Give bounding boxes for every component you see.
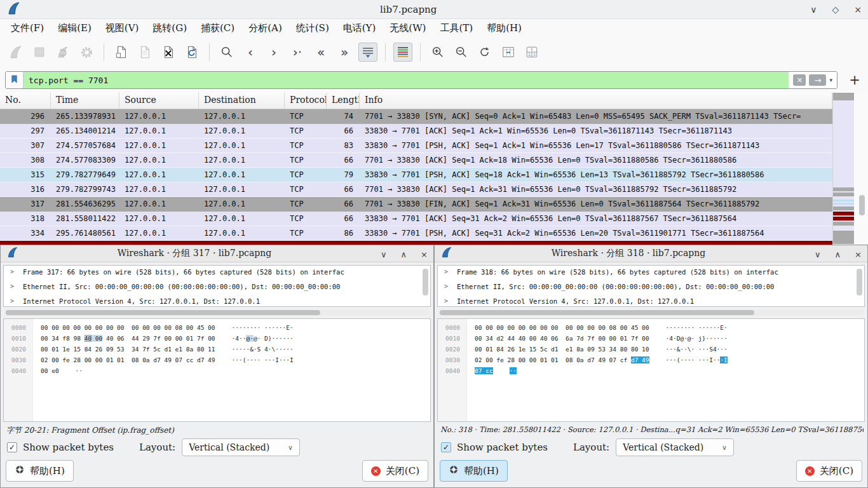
tree-scrollbar-handle[interactable] bbox=[857, 269, 862, 295]
packet-row-334[interactable]: 334295.761480561127.0.0.1127.0.0.1TCP863… bbox=[0, 226, 832, 241]
display-filter-input[interactable]: tcp.port == 7701 bbox=[24, 72, 789, 88]
packet-row-315[interactable]: 315279.782779649127.0.0.1127.0.0.1TCP793… bbox=[0, 168, 832, 182]
packet-row-318[interactable]: 318281.558011422127.0.0.1127.0.0.1TCP663… bbox=[0, 212, 832, 226]
tree-horizontal-scrollbar[interactable] bbox=[438, 309, 864, 316]
close-icon[interactable]: × bbox=[855, 250, 862, 259]
menu-item-8[interactable]: 电话(Y) bbox=[336, 20, 383, 36]
protocol-tree[interactable]: >Frame 317: 66 bytes on wire (528 bits),… bbox=[3, 265, 431, 307]
close-file-icon[interactable] bbox=[159, 43, 178, 62]
packet-row-317[interactable]: 317281.554636295127.0.0.1127.0.0.1TCP667… bbox=[0, 197, 832, 212]
expander-icon[interactable]: > bbox=[444, 283, 448, 290]
packet-row-297[interactable]: 297265.134001214127.0.0.1127.0.0.1TCP663… bbox=[0, 124, 832, 139]
auto-scroll-icon[interactable] bbox=[358, 43, 377, 62]
filter-clear-button[interactable]: × bbox=[793, 74, 806, 86]
column-header-protocol[interactable]: Protocol bbox=[285, 93, 327, 109]
hex-line-0020[interactable]: 002000 01 1e 15 84 26 09 53 34 7f 5c d1 … bbox=[4, 344, 430, 355]
scrollbar-handle[interactable] bbox=[859, 195, 865, 215]
unshade-icon[interactable]: ∧ bbox=[834, 250, 841, 259]
menu-item-1[interactable]: 文件(F) bbox=[4, 20, 51, 36]
protocol-tree[interactable]: >Frame 318: 66 bytes on wire (528 bits),… bbox=[437, 265, 865, 307]
filter-bookmark-button[interactable] bbox=[6, 72, 24, 88]
expander-icon[interactable]: > bbox=[444, 297, 448, 304]
hex-line-0030[interactable]: 003002 00 fe 28 00 00 01 01 08 0a d7 49 … bbox=[4, 355, 430, 365]
go-forward-icon[interactable]: › bbox=[264, 43, 283, 62]
first-packet-icon[interactable]: « bbox=[311, 43, 330, 62]
tree-row-1[interactable]: >Frame 317: 66 bytes on wire (528 bits),… bbox=[4, 266, 430, 280]
menu-item-4[interactable]: 跳转(G) bbox=[146, 20, 194, 36]
help-button[interactable]: 帮助(H) bbox=[440, 460, 508, 482]
start-capture-icon[interactable] bbox=[6, 43, 25, 62]
tree-horizontal-scrollbar[interactable] bbox=[4, 309, 430, 316]
filter-dropdown-icon[interactable]: ▾ bbox=[829, 77, 832, 83]
tree-row-3[interactable]: >Internet Protocol Version 4, Src: 127.0… bbox=[438, 295, 864, 307]
close-button[interactable]: ✕ 关闭(C) bbox=[796, 460, 862, 482]
hex-dump-pane[interactable]: 000000 00 00 00 00 00 00 00 00 00 00 00 … bbox=[437, 318, 865, 422]
hex-line-0040[interactable]: 004007 cc·· bbox=[438, 365, 864, 376]
expander-icon[interactable]: > bbox=[10, 283, 14, 290]
menu-item-7[interactable]: 统计(S) bbox=[289, 20, 336, 36]
stop-capture-icon[interactable] bbox=[30, 43, 49, 62]
filter-apply-button[interactable]: → bbox=[809, 74, 826, 86]
zoom-out-icon[interactable] bbox=[452, 43, 471, 62]
layout-profile-icon[interactable]: 123 bbox=[522, 43, 541, 62]
maximize-icon[interactable]: ◇ bbox=[832, 4, 839, 15]
menu-item-5[interactable]: 捕获(C) bbox=[194, 20, 241, 36]
hex-line-0000[interactable]: 000000 00 00 00 00 00 00 00 00 00 00 00 … bbox=[4, 322, 430, 333]
reload-file-icon[interactable] bbox=[182, 43, 201, 62]
hex-line-0020[interactable]: 002000 01 84 26 1e 15 5c d1 e1 8a 09 53 … bbox=[438, 344, 864, 355]
tree-row-3[interactable]: >Internet Protocol Version 4, Src: 127.0… bbox=[4, 295, 430, 307]
column-header-length[interactable]: Length bbox=[327, 93, 360, 109]
minimize-icon[interactable]: ∨ bbox=[810, 4, 817, 15]
colorize-icon[interactable] bbox=[393, 43, 412, 62]
tree-scrollbar-handle[interactable] bbox=[423, 269, 428, 295]
tree-row-2[interactable]: >Ethernet II, Src: 00:00:00_00:00:00 (00… bbox=[438, 280, 864, 295]
zoom-reset-icon[interactable] bbox=[475, 43, 494, 62]
open-file-icon[interactable] bbox=[112, 43, 131, 62]
expander-icon[interactable]: > bbox=[10, 297, 14, 304]
tree-row-2[interactable]: >Ethernet II, Src: 00:00:00_00:00:00 (00… bbox=[4, 280, 430, 295]
packet-list-scrollbar-map[interactable] bbox=[832, 93, 854, 244]
find-packet-icon[interactable] bbox=[217, 43, 236, 62]
tree-row-1[interactable]: >Frame 318: 66 bytes on wire (528 bits),… bbox=[438, 266, 864, 280]
expander-icon[interactable]: > bbox=[10, 268, 14, 275]
menu-item-11[interactable]: 帮助(H) bbox=[480, 20, 529, 36]
close-icon[interactable]: × bbox=[854, 4, 862, 15]
packet-row-308[interactable]: 308274.577083309127.0.0.1127.0.0.1TCP667… bbox=[0, 153, 832, 168]
save-file-icon[interactable] bbox=[135, 43, 154, 62]
packet-row-296[interactable]: 296265.133978931127.0.0.1127.0.0.1TCP747… bbox=[0, 109, 832, 124]
column-header-source[interactable]: Source bbox=[119, 93, 199, 109]
close-button[interactable]: ✕ 关闭(C) bbox=[362, 460, 428, 482]
layout-select[interactable]: Vertical (Stacked) ∨ bbox=[616, 438, 734, 456]
column-header-no[interactable]: No. bbox=[0, 93, 51, 109]
column-header-destination[interactable]: Destination bbox=[199, 93, 285, 109]
help-button[interactable]: 帮助(H) bbox=[6, 460, 74, 482]
column-header-info[interactable]: Info bbox=[360, 93, 832, 109]
menu-item-10[interactable]: 工具(T) bbox=[433, 20, 480, 36]
column-header-time[interactable]: Time bbox=[51, 93, 119, 109]
menu-item-2[interactable]: 编辑(E) bbox=[51, 20, 98, 36]
unshade-icon[interactable]: ∧ bbox=[400, 250, 407, 259]
hex-line-0010[interactable]: 001000 34 d2 44 40 00 40 06 6a 7d 7f 00 … bbox=[438, 333, 864, 344]
packet-row-307[interactable]: 307274.577057684127.0.0.1127.0.0.1TCP833… bbox=[0, 139, 832, 153]
last-packet-icon[interactable]: » bbox=[335, 43, 354, 62]
expander-icon[interactable]: > bbox=[444, 268, 448, 275]
hex-line-0040[interactable]: 004000 e0·· bbox=[4, 365, 430, 376]
shade-icon[interactable]: ∨ bbox=[815, 250, 821, 259]
resize-columns-icon[interactable] bbox=[499, 43, 518, 62]
hex-line-0000[interactable]: 000000 00 00 00 00 00 00 00 00 00 00 00 … bbox=[438, 322, 864, 333]
hex-line-0010[interactable]: 001000 34 f8 98 40 00 40 06 44 29 7f 00 … bbox=[4, 333, 430, 344]
show-packet-bytes-checkbox[interactable]: ✓ bbox=[441, 442, 451, 452]
menu-item-9[interactable]: 无线(W) bbox=[383, 20, 433, 36]
capture-options-icon[interactable] bbox=[77, 43, 96, 62]
go-back-icon[interactable]: ‹ bbox=[241, 43, 260, 62]
packet-row-316[interactable]: 316279.782799743127.0.0.1127.0.0.1TCP667… bbox=[0, 182, 832, 197]
menu-item-6[interactable]: 分析(A) bbox=[241, 20, 289, 36]
shade-icon[interactable]: ∨ bbox=[381, 250, 387, 259]
show-packet-bytes-checkbox[interactable]: ✓ bbox=[7, 442, 17, 452]
restart-capture-icon[interactable] bbox=[53, 43, 72, 62]
go-to-packet-icon[interactable]: ›· bbox=[288, 43, 307, 62]
hex-dump-pane[interactable]: 000000 00 00 00 00 00 00 00 00 00 00 00 … bbox=[3, 318, 431, 422]
menu-item-3[interactable]: 视图(V) bbox=[98, 20, 146, 36]
layout-select[interactable]: Vertical (Stacked) ∨ bbox=[182, 438, 300, 456]
filter-add-button[interactable]: + bbox=[846, 72, 863, 88]
